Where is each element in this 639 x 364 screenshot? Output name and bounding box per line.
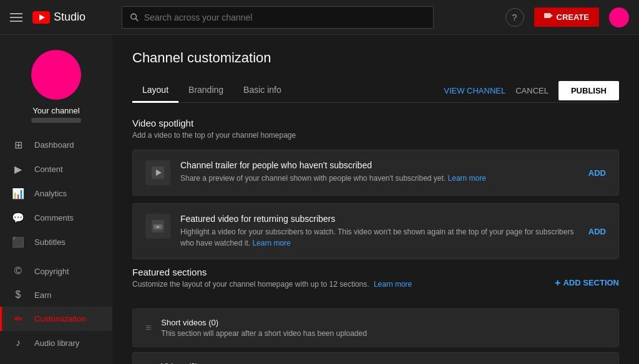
trailer-icon <box>145 160 170 185</box>
trailer-add-button[interactable]: ADD <box>588 168 606 178</box>
trailer-card-desc: Share a preview of your channel shown wi… <box>180 173 578 184</box>
cancel-button[interactable]: CANCEL <box>515 86 549 95</box>
sidebar-item-audio-library[interactable]: ♪ Audio library <box>0 331 112 355</box>
svg-rect-4 <box>544 13 550 18</box>
sidebar-item-label: Dashboard <box>34 140 74 150</box>
view-channel-link[interactable]: VIEW CHANNEL <box>444 86 505 95</box>
short-videos-content: Short videos (0) This section will appea… <box>161 318 606 338</box>
featured-video-add-button[interactable]: ADD <box>588 227 606 236</box>
featured-sections-title: Featured sections <box>132 267 412 277</box>
videos-title: Videos (0) <box>161 362 606 364</box>
youtube-icon <box>32 11 50 24</box>
sidebar-item-settings[interactable]: ⚙ Settings <box>0 360 112 364</box>
featured-sections-row: Featured sections Customize the layout o… <box>132 267 619 299</box>
audio-library-icon: ♪ <box>12 337 24 348</box>
sidebar-item-dashboard[interactable]: ⊞ Dashboard <box>0 133 112 157</box>
short-videos-item: ≡ Short videos (0) This section will app… <box>132 309 619 347</box>
analytics-icon: 📊 <box>12 188 24 199</box>
video-spotlight-title: Video spotlight <box>132 118 619 128</box>
featured-video-card: Featured video for returning subscribers… <box>132 203 619 259</box>
search-icon <box>130 12 139 22</box>
sidebar: Your channel ⊞ Dashboard ▶ Content 📊 Ana… <box>0 35 112 364</box>
featured-video-card-title: Featured video for returning subscribers <box>180 214 578 224</box>
sidebar-item-label: Subtitles <box>34 237 66 247</box>
sidebar-item-earn[interactable]: $ Earn <box>0 283 112 307</box>
tabs-row: Layout Branding Basic info VIEW CHANNEL … <box>132 79 619 103</box>
sidebar-item-label: Customization <box>34 314 85 323</box>
sidebar-item-label: Content <box>34 165 63 174</box>
sidebar-item-subtitles[interactable]: ⬛ Subtitles <box>0 230 112 254</box>
featured-video-card-content: Featured video for returning subscribers… <box>180 214 578 249</box>
sidebar-item-label: Earn <box>34 290 51 300</box>
featured-sections-learn-more[interactable]: Learn more <box>374 280 412 289</box>
main-layout: Your channel ⊞ Dashboard ▶ Content 📊 Ana… <box>0 35 639 364</box>
comments-icon: 💬 <box>12 212 24 224</box>
videos-content: Videos (0) This section will appear when… <box>161 362 606 364</box>
tab-branding[interactable]: Branding <box>178 79 233 103</box>
search-bar[interactable] <box>122 6 434 29</box>
channel-name: Your channel <box>32 106 79 115</box>
featured-sections-desc: Customize the layout of your channel hom… <box>132 280 412 289</box>
channel-info: Your channel <box>0 40 112 133</box>
sidebar-item-label: Comments <box>34 213 74 223</box>
help-button[interactable]: ? <box>505 8 524 27</box>
sidebar-item-label: Copyright <box>34 267 69 276</box>
tab-layout[interactable]: Layout <box>132 79 178 103</box>
svg-line-3 <box>135 18 138 21</box>
menu-button[interactable] <box>10 13 22 22</box>
tab-basic-info[interactable]: Basic info <box>233 79 291 103</box>
tabs-actions: VIEW CHANNEL CANCEL PUBLISH <box>444 81 619 100</box>
page-title: Channel customization <box>132 50 619 66</box>
svg-point-2 <box>130 14 136 19</box>
svg-marker-5 <box>550 14 553 17</box>
sidebar-item-analytics[interactable]: 📊 Analytics <box>0 181 112 206</box>
sidebar-item-customization[interactable]: ✏ Customization <box>0 307 112 331</box>
featured-video-card-desc: Highlight a video for your subscribers t… <box>180 226 578 249</box>
channel-link[interactable] <box>31 118 81 123</box>
create-button[interactable]: CREATE <box>534 7 599 27</box>
plus-icon: + <box>555 277 560 289</box>
customization-icon: ✏ <box>12 313 24 325</box>
short-videos-desc: This section will appear after a short v… <box>161 329 606 338</box>
featured-video-icon <box>145 214 170 239</box>
sidebar-item-content[interactable]: ▶ Content <box>0 157 112 181</box>
logo[interactable]: Studio <box>32 11 85 24</box>
trailer-learn-more-link[interactable]: Learn more <box>448 174 486 183</box>
studio-logo-text: Studio <box>54 11 85 24</box>
subtitles-icon: ⬛ <box>12 236 24 248</box>
topbar: Studio ? CREATE <box>0 0 639 35</box>
trailer-card-title: Channel trailer for people who haven't s… <box>180 160 578 170</box>
videos-item: ≡ Videos (0) This section will appear wh… <box>132 352 619 364</box>
sidebar-item-copyright[interactable]: © Copyright <box>0 259 112 283</box>
content-icon: ▶ <box>12 163 24 175</box>
sidebar-item-label: Audio library <box>34 338 79 348</box>
add-section-button[interactable]: + ADD SECTION <box>555 277 619 289</box>
search-input[interactable] <box>144 12 426 22</box>
avatar[interactable] <box>609 7 629 27</box>
sidebar-item-comments[interactable]: 💬 Comments <box>0 206 112 230</box>
video-spotlight-desc: Add a video to the top of your channel h… <box>132 131 619 140</box>
topbar-left: Studio <box>10 11 85 24</box>
earn-icon: $ <box>12 289 24 300</box>
featured-video-learn-more-link[interactable]: Learn more <box>252 239 290 247</box>
drag-handle-short-videos[interactable]: ≡ <box>145 322 151 333</box>
trailer-card: Channel trailer for people who haven't s… <box>132 150 619 196</box>
channel-avatar[interactable] <box>31 50 81 100</box>
short-videos-title: Short videos (0) <box>161 318 606 327</box>
trailer-card-content: Channel trailer for people who haven't s… <box>180 160 578 184</box>
dashboard-icon: ⊞ <box>12 139 24 151</box>
publish-button[interactable]: PUBLISH <box>559 81 619 100</box>
content-area: Channel customization Layout Branding Ba… <box>112 35 639 364</box>
create-icon <box>544 13 553 22</box>
sidebar-item-label: Analytics <box>34 189 67 198</box>
copyright-icon: © <box>12 266 24 277</box>
topbar-right: ? CREATE <box>505 7 629 27</box>
